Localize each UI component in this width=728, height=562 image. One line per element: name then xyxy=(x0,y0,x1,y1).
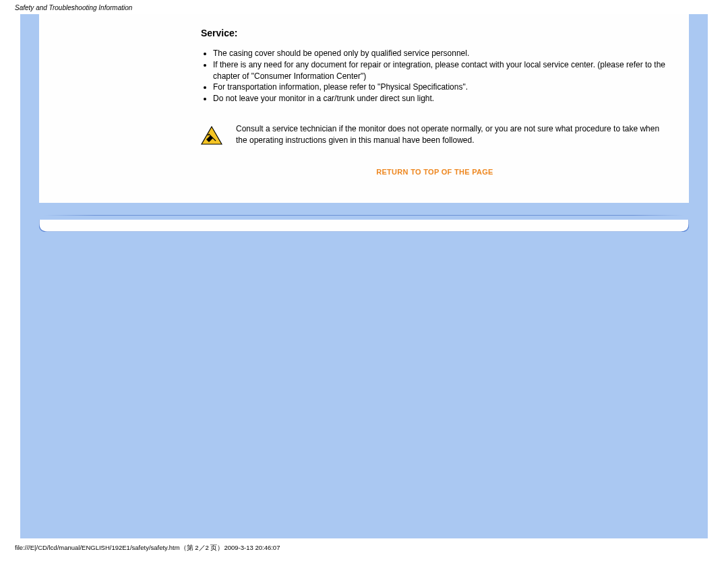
panel-bottom-edge xyxy=(39,220,689,232)
warning-triangle-icon xyxy=(201,126,222,145)
list-item: If there is any need for any document fo… xyxy=(213,59,669,82)
divider-line xyxy=(44,215,684,216)
page-title: Safety and Troubleshooting Information xyxy=(0,0,728,14)
bullet-list: The casing cover should be opened only b… xyxy=(201,48,669,104)
warning-text: Consult a service technician if the moni… xyxy=(236,123,669,146)
list-item: The casing cover should be opened only b… xyxy=(213,48,669,59)
svg-marker-0 xyxy=(202,127,222,144)
warning-row: Consult a service technician if the moni… xyxy=(201,123,669,146)
return-to-top-link[interactable]: RETURN TO TOP OF THE PAGE xyxy=(201,168,669,176)
list-item: Do not leave your monitor in a car/trunk… xyxy=(213,93,669,104)
list-item: For transportation information, please r… xyxy=(213,82,669,93)
section-heading: Service: xyxy=(201,28,669,38)
footer-path: file:///E|/CD/lcd/manual/ENGLISH/192E1/s… xyxy=(15,544,280,553)
content-panel: Service: The casing cover should be open… xyxy=(39,14,689,203)
background-area: Service: The casing cover should be open… xyxy=(20,14,708,538)
